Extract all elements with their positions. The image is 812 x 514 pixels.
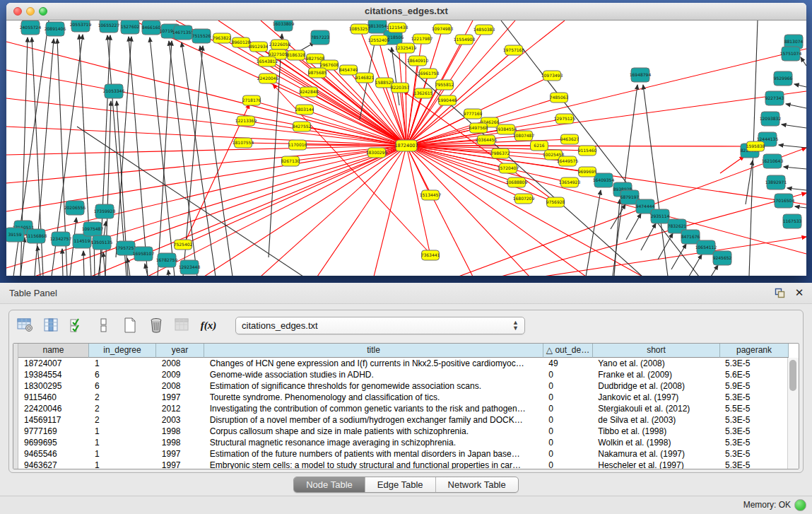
network-node[interactable]: 23226058 bbox=[269, 40, 291, 49]
column-header-in_degree[interactable]: in_degree bbox=[89, 344, 156, 358]
function-builder-icon[interactable]: f(x) bbox=[199, 316, 218, 334]
edge[interactable] bbox=[269, 34, 282, 257]
network-node[interactable]: 1170016 bbox=[288, 140, 307, 150]
edge[interactable] bbox=[148, 146, 406, 276]
column-header-out_de[interactable]: △ out_de… bbox=[543, 344, 593, 358]
network-node[interactable]: 14850383 bbox=[473, 25, 495, 35]
network-node[interactable]: 8912934 bbox=[249, 42, 269, 52]
edge[interactable] bbox=[794, 84, 806, 87]
network-node[interactable]: 19757165 bbox=[503, 45, 525, 55]
network-node[interactable]: 8427552 bbox=[293, 122, 312, 132]
edge[interactable] bbox=[309, 92, 406, 146]
network-node[interactable]: 2718176 bbox=[242, 95, 261, 105]
edge[interactable] bbox=[703, 265, 718, 276]
network-node[interactable]: 18724007 bbox=[394, 140, 418, 151]
network-node[interactable]: 9777169 bbox=[464, 109, 483, 119]
edge[interactable] bbox=[641, 223, 656, 250]
network-node[interactable]: 9242848 bbox=[300, 87, 319, 97]
network-node[interactable]: 8454749 bbox=[339, 65, 358, 75]
edge[interactable] bbox=[200, 46, 233, 276]
edge[interactable] bbox=[614, 199, 620, 276]
column-header-title[interactable]: title bbox=[204, 344, 543, 358]
table-row[interactable]: 911546021997Tourette syndrome. Phenomeno… bbox=[18, 392, 788, 403]
table-select-dropdown[interactable]: citations_edges.txt▲▼ bbox=[235, 317, 525, 334]
network-node[interactable]: 7485063 bbox=[550, 93, 569, 103]
network-node[interactable]: 13505135 bbox=[91, 235, 113, 250]
select-all-icon[interactable] bbox=[69, 316, 87, 334]
table-row[interactable]: 1830029562008Estimation of significance … bbox=[18, 380, 788, 392]
network-node[interactable]: 13654923 bbox=[559, 177, 581, 187]
edge[interactable] bbox=[116, 37, 131, 257]
network-node[interactable]: 10655227 bbox=[98, 21, 120, 33]
column-header-year[interactable]: year bbox=[156, 344, 204, 358]
network-node[interactable]: 10975487 bbox=[82, 222, 104, 236]
edge[interactable] bbox=[168, 270, 169, 276]
network-node[interactable]: 15134457 bbox=[420, 190, 442, 200]
network-node[interactable]: 7986372 bbox=[491, 148, 510, 158]
network-node[interactable]: 12325419 bbox=[395, 43, 417, 53]
show-column-icon[interactable] bbox=[42, 316, 61, 334]
table-row[interactable]: 977716911998Corpus callosum shape and si… bbox=[18, 426, 788, 437]
network-node[interactable]: 12923448 bbox=[179, 260, 201, 274]
network-node[interactable]: 15751074 bbox=[780, 47, 802, 61]
network-node[interactable]: 12342757 bbox=[50, 232, 72, 246]
new-table-icon[interactable] bbox=[121, 316, 139, 334]
network-node[interactable]: 9699695 bbox=[578, 167, 597, 177]
network-node[interactable]: 1595838 bbox=[746, 141, 765, 151]
close-panel-icon[interactable]: ✕ bbox=[794, 287, 805, 298]
network-node[interactable]: 10688809 bbox=[506, 177, 528, 187]
tab-edge-table[interactable]: Edge Table bbox=[365, 477, 436, 492]
network-node[interactable]: 7857223 bbox=[311, 30, 330, 45]
edge[interactable] bbox=[779, 145, 806, 148]
network-node[interactable]: 12975125 bbox=[554, 114, 576, 124]
network-node[interactable]: 8960128 bbox=[232, 37, 251, 47]
network-node[interactable]: 11554908 bbox=[454, 35, 476, 45]
table-row[interactable]: 1456911722003Disruption of a novel membe… bbox=[18, 414, 788, 426]
window-titlebar[interactable]: citations_edges.txt bbox=[6, 3, 806, 21]
network-node[interactable]: 1990448 bbox=[438, 95, 457, 105]
network-node[interactable]: 12552409 bbox=[368, 35, 390, 45]
edge[interactable] bbox=[543, 237, 806, 276]
table-row[interactable]: 2242004622012Investigating the contribut… bbox=[18, 403, 788, 414]
network-node[interactable]: 16782759 bbox=[156, 253, 178, 267]
network-node[interactable]: 1167533 bbox=[783, 214, 802, 228]
edge[interactable] bbox=[795, 206, 806, 208]
table-row[interactable]: 946554611997Estimation of the future num… bbox=[18, 448, 788, 460]
network-node[interactable]: 9529966 bbox=[774, 71, 793, 86]
network-node[interactable]: 12213369 bbox=[235, 116, 257, 126]
scrollbar-thumb[interactable] bbox=[789, 360, 796, 391]
network-node[interactable]: 21053346 bbox=[103, 84, 125, 98]
network-node[interactable]: 1362615 bbox=[414, 88, 433, 98]
delete-table-icon[interactable] bbox=[147, 316, 165, 334]
edge[interactable] bbox=[643, 85, 668, 276]
network-node[interactable]: 18107554 bbox=[233, 138, 254, 148]
table-row[interactable]: 1872400712008Changes of HCN gene express… bbox=[18, 358, 788, 369]
network-node[interactable]: 15720407 bbox=[498, 163, 519, 173]
network-node[interactable]: 9875685 bbox=[308, 68, 327, 78]
edge[interactable] bbox=[786, 104, 806, 108]
edge[interactable] bbox=[626, 214, 641, 240]
network-node[interactable]: 10974983 bbox=[432, 24, 454, 34]
network-node[interactable]: 7363441 bbox=[421, 250, 440, 260]
network-node[interactable]: 16543812 bbox=[257, 57, 278, 66]
edge[interactable] bbox=[83, 251, 84, 276]
table-scrollbar[interactable] bbox=[787, 358, 799, 469]
network-node[interactable]: 8220357 bbox=[391, 83, 410, 93]
network-node[interactable]: 20891406 bbox=[45, 22, 66, 36]
network-node[interactable]: 17016504 bbox=[773, 194, 795, 208]
edge[interactable] bbox=[784, 167, 806, 169]
edge[interactable] bbox=[103, 252, 105, 276]
network-node[interactable]: 6497568 bbox=[469, 123, 488, 133]
network-node[interactable]: 7515526 bbox=[192, 29, 211, 43]
network-node[interactable]: 11156868 bbox=[25, 229, 47, 243]
network-node[interactable]: 11215438 bbox=[387, 23, 408, 33]
table-settings-icon[interactable] bbox=[16, 316, 35, 334]
tab-network-table[interactable]: Network Table bbox=[436, 477, 518, 492]
network-node[interactable]: 16807209 bbox=[513, 194, 535, 204]
edge[interactable] bbox=[782, 124, 806, 128]
network-node[interactable]: 18300295 bbox=[366, 148, 388, 158]
network-node[interactable]: 9245652 bbox=[713, 251, 732, 265]
table-row[interactable]: 946362711997Embryonic stem cells: a mode… bbox=[18, 460, 788, 469]
network-node[interactable]: 6216 bbox=[531, 141, 548, 151]
network-node[interactable]: 12217987 bbox=[411, 34, 433, 44]
